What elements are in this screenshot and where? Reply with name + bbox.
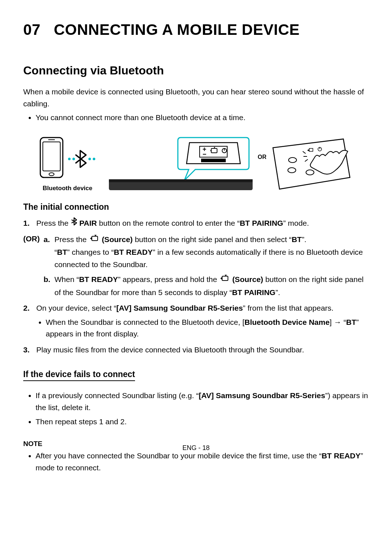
step-b: b. When “BT READY” appears, press and ho… <box>44 273 369 298</box>
step-2: 2. On your device, select “[AV] Samsung … <box>23 302 369 340</box>
bluetooth-icon <box>76 151 86 167</box>
chapter-number: 07 <box>23 21 41 38</box>
svg-rect-26 <box>222 276 228 281</box>
illustration-or-label: OR <box>258 154 266 160</box>
svg-text:−: − <box>203 151 207 158</box>
intro-bullet: You cannot connect more than one Bluetoo… <box>36 112 369 124</box>
svg-point-6 <box>89 158 91 160</box>
step-3: 3. Play music files from the device conn… <box>23 344 369 356</box>
source-icon <box>89 233 100 246</box>
step-1: 1. Press the PAIR button on the remote c… <box>23 217 369 230</box>
svg-rect-25 <box>92 236 98 241</box>
step-2-bullet: When the Soundbar is connected to the Bl… <box>46 316 369 340</box>
page-footer: ENG - 18 <box>0 444 392 452</box>
initial-connection-heading: The initial connection <box>23 202 369 212</box>
svg-rect-1 <box>43 142 60 171</box>
svg-rect-0 <box>40 138 63 177</box>
svg-point-7 <box>93 158 95 160</box>
svg-point-3 <box>49 173 54 176</box>
illustration-row: Bluetooth device + − <box>31 134 369 192</box>
source-icon <box>219 273 230 286</box>
fail-bullet-2: Then repeat steps 1 and 2. <box>36 416 369 428</box>
svg-point-5 <box>73 158 75 160</box>
svg-rect-15 <box>109 179 253 182</box>
fail-bullet-1: If a previously connected Soundbar listi… <box>36 390 369 413</box>
chapter-heading: CONNECTING A MOBILE DEVICE <box>54 21 299 38</box>
illustration-hand-press <box>271 138 351 192</box>
intro-text: When a mobile device is connected using … <box>23 86 369 110</box>
note-bullet-1: After you have connected the Soundbar to… <box>36 450 369 474</box>
chapter-title: 07 CONNECTING A MOBILE DEVICE <box>23 21 369 38</box>
svg-rect-14 <box>201 159 226 162</box>
or-label: (OR) <box>23 234 40 243</box>
section-title: Connecting via Bluetooth <box>23 64 369 77</box>
illustration-phone: Bluetooth device <box>31 135 104 192</box>
fail-heading: If the device fails to connect <box>23 369 135 381</box>
svg-point-4 <box>68 158 71 160</box>
bluetooth-device-label: Bluetooth device <box>31 185 104 192</box>
illustration-soundbar: + − <box>108 134 253 192</box>
step-a: a. Press the (Source) button on the righ… <box>44 233 369 270</box>
bluetooth-icon <box>71 217 77 229</box>
